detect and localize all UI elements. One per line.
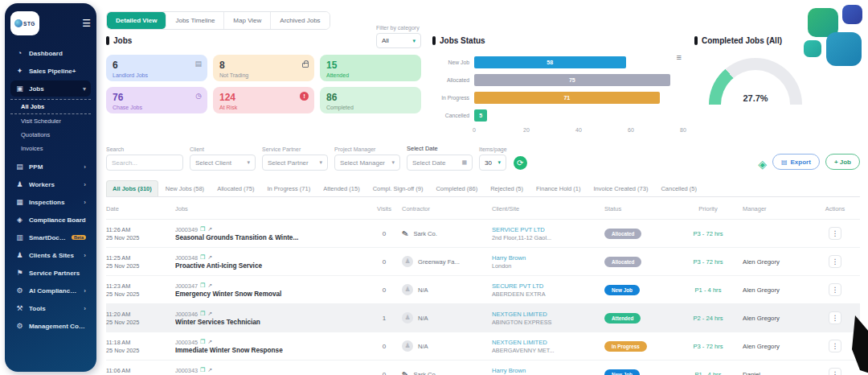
submenu-item-all-jobs[interactable]: All Jobs [10,99,91,114]
tab-detailed-view[interactable]: Detailed View [107,12,166,29]
table-row[interactable]: 11:06 AM25 Nov 2025J000343❐↗Security Sof… [106,361,860,375]
table-row[interactable]: 11:25 AM25 Nov 2025J000348❐↗Proactive An… [106,248,860,276]
kpi-card-attended[interactable]: 15Attended [320,55,421,81]
status-tab-invoice-created[interactable]: Invoice Created (73) [588,180,653,196]
submenu-item-visit-scheduler[interactable]: Visit Scheduler [10,114,91,128]
sidebar-item-ai-compliance-monitor[interactable]: ⚙AI Compliance Monitor› [10,282,91,299]
date-picker[interactable]: Select Date▦ [407,155,473,171]
service-partner-select[interactable]: Select Partner▾ [262,155,328,171]
client-link[interactable]: NEXTGEN LIMITED [492,339,604,346]
status-tab-new-jobs[interactable]: New Jobs (58) [160,180,210,196]
table-body: 11:26 AM25 Nov 2025J000349❐↗Seasonal Gro… [106,220,860,375]
kpi-card-at-risk[interactable]: 124!At Risk [213,87,314,113]
copy-icon[interactable]: ❐ [200,339,205,345]
client-link[interactable]: SERVICE PVT LTD [492,226,604,233]
job-title[interactable]: Proactive Anti-Icing Service [175,262,366,270]
row-actions-menu[interactable]: ⋮ [829,255,841,268]
submenu-item-invoices[interactable]: Invoices [10,142,91,155]
row-actions-menu[interactable]: ⋮ [829,368,841,375]
refresh-button[interactable]: ⟳ [514,156,527,170]
app-logo[interactable]: STG [10,11,39,35]
status-tab-cancelled[interactable]: Cancelled (5) [655,180,702,196]
status-badge: New Job [604,285,640,295]
docs-icon: ▥ [15,233,24,241]
project-manager-select[interactable]: Select Manager▾ [334,155,400,171]
sidebar-item-sales-pipeline[interactable]: ✦Sales Pipeline+ [10,63,91,79]
external-link-icon[interactable]: ↗ [207,367,212,373]
table-row[interactable]: 11:18 AM25 Nov 2025J000345❐↗Immediate Wi… [106,332,860,361]
sidebar-collapse-icon[interactable]: ☰ [82,18,91,29]
job-title[interactable]: Emergency Winter Snow Removal [175,291,366,298]
copy-icon[interactable]: ❐ [200,367,205,373]
row-actions-menu[interactable]: ⋮ [829,283,841,296]
copy-icon[interactable]: ❐ [200,311,205,317]
sidebar-item-workers[interactable]: ♟Workers› [10,176,91,192]
search-input[interactable] [106,155,183,171]
status-tab-rejected[interactable]: Rejected (5) [485,180,529,196]
external-link-icon[interactable]: ↗ [207,226,212,233]
category-select[interactable]: All ▾ [376,33,421,48]
external-link-icon[interactable]: ↗ [207,282,212,289]
sidebar-item-smartdocs-ai[interactable]: ▥SmartDocs AIBeta [10,229,91,245]
sidebar-item-tools[interactable]: ⚒Tools› [10,300,91,316]
external-link-icon[interactable]: ↗ [207,311,212,317]
axis-tick: 80 [680,127,686,133]
client-link[interactable]: SECURE PVT LTD [492,282,604,290]
copy-icon[interactable]: ❐ [200,254,205,261]
title-pill-icon [432,36,436,45]
client-label: Client [190,146,256,152]
kpi-card-chase-jobs[interactable]: 76◷Chase Jobs [106,87,207,113]
contractor-name: N/A [418,315,428,322]
client-link[interactable]: Harry Brown [492,254,604,262]
export-button[interactable]: ▤ Export [772,154,820,170]
status-tab-finance-hold[interactable]: Finance Hold (1) [530,180,586,196]
layers-icon[interactable]: ◈ [758,159,767,170]
status-tab-compl-sign-off[interactable]: Compl. Sign-off (9) [367,180,429,196]
sidebar-item-inspections[interactable]: ▦Inspections› [10,194,91,210]
row-actions-menu[interactable]: ⋮ [829,311,841,324]
client-link[interactable]: Harry Brown [492,367,604,374]
kpi-card-not-trading[interactable]: 8Not Trading [213,55,314,81]
sidebar-item-clients-sites[interactable]: ♟Clients & Sites› [10,247,91,263]
submenu-item-quotations[interactable]: Quotations [10,128,91,142]
external-link-icon[interactable]: ↗ [207,254,212,261]
client-select[interactable]: Select Client▾ [190,155,256,171]
sidebar-item-dashboard[interactable]: ◔Dashboard [10,45,91,61]
row-actions-menu[interactable]: ⋮ [829,227,841,240]
jobs-status-title: Jobs Status [432,36,683,45]
kpi-card-completed[interactable]: 86Completed [320,87,421,113]
tab-jobs-timeline[interactable]: Jobs Timeline [166,12,224,29]
cell-visits: 0 [366,230,402,237]
table-row[interactable]: 11:23 AM25 Nov 2025J000347❐↗Emergency Wi… [106,276,860,304]
client-link[interactable]: NEXTGEN LIMITED [492,311,604,318]
status-badge: In Progress [604,341,647,352]
sidebar-item-compliance-board[interactable]: ◈Compliance Board [10,212,91,228]
sidebar-item-service-partners[interactable]: ⚑Service Partners [10,265,91,281]
kpi-value: 76 [113,92,201,103]
table-row[interactable]: 11:26 AM25 Nov 2025J000349❐↗Seasonal Gro… [106,220,860,248]
sidebar-item-management-console[interactable]: ⚙Management Console [10,318,91,334]
sidebar-item-ppm[interactable]: ▤PPM› [10,159,91,175]
job-id: J000343 [175,367,198,374]
items-per-page-select[interactable]: 30▾ [479,155,506,171]
tab-archived-jobs[interactable]: Archived Jobs [271,12,329,29]
add-job-button[interactable]: + Job [825,154,860,170]
column-header-visits: Visits [366,205,402,212]
row-actions-menu[interactable]: ⋮ [829,340,841,352]
job-title[interactable]: Immediate Winter Snow Response [175,347,366,354]
table-row[interactable]: 11:20 AM25 Nov 2025J000346❐↗Winter Servi… [106,304,860,332]
status-tab-in-progress[interactable]: In Progress (71) [261,180,316,196]
tab-map-view[interactable]: Map View [224,12,271,29]
status-tab-completed[interactable]: Completed (86) [430,180,483,196]
copy-icon[interactable]: ❐ [200,226,205,233]
status-tab-allocated[interactable]: Allocated (75) [211,180,260,196]
external-link-icon[interactable]: ↗ [207,339,212,345]
sidebar-item-jobs[interactable]: ▣Jobs▾ [10,80,91,97]
bar-label: New Job [432,60,469,65]
kpi-card-landlord-jobs[interactable]: 6▤Landlord Jobs [106,55,207,81]
status-tab-all-jobs[interactable]: All Jobs (310) [106,180,158,196]
job-title[interactable]: Seasonal Grounds Transition & Winte... [175,234,366,241]
copy-icon[interactable]: ❐ [200,282,205,289]
job-title[interactable]: Winter Services Technician [175,319,366,326]
status-tab-attended[interactable]: Attended (15) [317,180,365,196]
